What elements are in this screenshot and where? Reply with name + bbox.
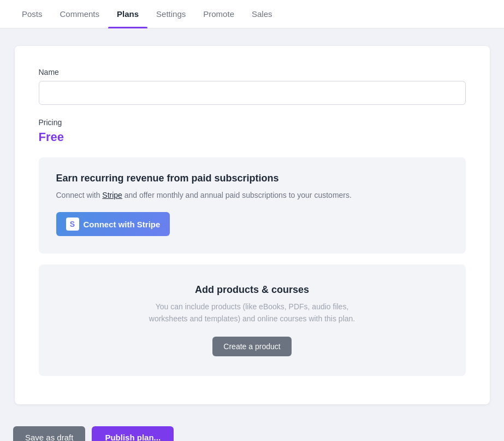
- name-field-group: Name: [39, 68, 466, 105]
- stripe-section: Earn recurring revenue from paid subscri…: [39, 157, 466, 254]
- products-description: You can include products (like eBooks, P…: [138, 301, 367, 325]
- stripe-heading: Earn recurring revenue from paid subscri…: [56, 173, 448, 184]
- name-label: Name: [39, 68, 466, 77]
- stripe-desc-after: and offer monthly and annual paid subscr…: [122, 191, 352, 199]
- tab-plans[interactable]: Plans: [108, 0, 147, 28]
- main-content: Name Pricing Free Earn recurring revenue…: [0, 28, 504, 418]
- products-section: Add products & courses You can include p…: [39, 264, 466, 376]
- stripe-desc-before: Connect with: [56, 191, 103, 199]
- tab-settings[interactable]: Settings: [147, 0, 194, 28]
- plan-card: Name Pricing Free Earn recurring revenue…: [15, 46, 490, 404]
- stripe-s-icon: S: [66, 217, 79, 231]
- create-product-button[interactable]: Create a product: [212, 337, 291, 356]
- stripe-description: Connect with Stripe and offer monthly an…: [56, 190, 448, 201]
- pricing-group: Pricing Free: [39, 118, 466, 144]
- name-input[interactable]: [39, 81, 466, 105]
- tab-posts[interactable]: Posts: [13, 0, 51, 28]
- pricing-value: Free: [39, 130, 466, 144]
- tab-comments[interactable]: Comments: [51, 0, 109, 28]
- tab-promote[interactable]: Promote: [194, 0, 243, 28]
- publish-button[interactable]: Publish plan...: [92, 426, 174, 441]
- bottom-bar: Save as draft Publish plan...: [0, 418, 504, 441]
- tab-sales[interactable]: Sales: [243, 0, 281, 28]
- pricing-label: Pricing: [39, 118, 466, 127]
- connect-stripe-button[interactable]: S Connect with Stripe: [56, 212, 170, 236]
- stripe-link[interactable]: Stripe: [102, 191, 122, 199]
- products-heading: Add products & courses: [56, 284, 448, 296]
- save-draft-button[interactable]: Save as draft: [13, 426, 85, 441]
- nav-bar: Posts Comments Plans Settings Promote Sa…: [0, 0, 504, 28]
- connect-stripe-label: Connect with Stripe: [84, 220, 161, 229]
